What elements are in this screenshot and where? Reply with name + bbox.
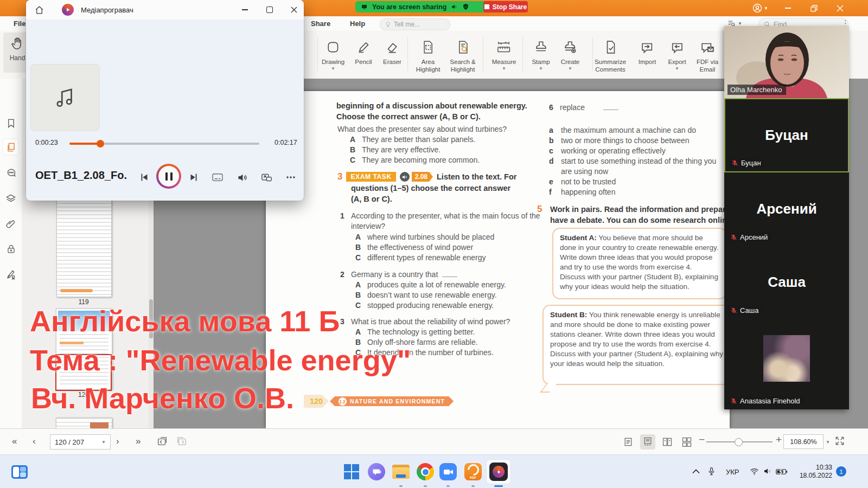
volume-icon[interactable] [763,467,772,475]
account-icon[interactable]: ▼ [748,0,773,16]
media-player-taskbar-button[interactable] [487,460,510,484]
single-page-view-button[interactable] [621,434,636,450]
security-panel-icon[interactable] [3,241,18,256]
signature-panel-icon[interactable] [3,267,18,282]
start-button[interactable] [340,460,363,484]
home-icon[interactable] [26,5,52,15]
battery-icon[interactable] [776,468,788,475]
participant-tile[interactable]: Арсений Арсений [724,172,849,246]
windows-taskbar: PDF УКР [0,454,868,488]
widgets-button[interactable] [8,460,31,484]
participant-video-tile[interactable]: Olha Marchenko [724,26,849,98]
tray-microphone-icon[interactable] [707,467,716,476]
pause-button[interactable] [156,164,181,189]
tool-measure[interactable]: Measure▼ [492,37,516,71]
file-explorer-icon [392,465,410,479]
clock[interactable]: 10:33 18.05.2022 [800,464,832,480]
menu-help[interactable]: Help [350,20,365,28]
window-restore-button[interactable] [803,0,825,16]
mic-muted-icon [731,159,738,166]
zoom-level-input[interactable]: 108.60% [783,434,824,449]
first-page-button[interactable]: « [12,435,17,447]
foxit-button[interactable]: PDF [461,460,485,484]
seek-bar-knob[interactable] [97,140,104,147]
tool-fdf-email[interactable]: FDF viaEmail [697,37,718,73]
tell-me-search[interactable]: Tell me... [380,18,450,30]
comments-panel-icon[interactable] [3,165,18,181]
page-number-input[interactable]: 120 / 207 ▼ [50,434,111,450]
window-close-button[interactable] [829,0,851,16]
chevron-down-icon: ▼ [764,6,768,11]
zoom-in-button[interactable]: + [776,434,782,446]
music-note-icon [53,85,78,110]
zoom-participants-panel: Olha Marchenko Буцан Буцан Арсений [724,26,849,409]
page-thumbnails-panel-icon[interactable] [3,139,18,155]
more-options-button[interactable] [284,170,298,184]
chrome-button[interactable] [413,460,437,484]
item-6: 6 replace [549,102,618,113]
chevron-down-icon[interactable]: ▼ [826,436,830,448]
media-player-title-bar[interactable]: Медіапрогравач [26,0,304,20]
previous-view-button[interactable] [156,435,168,447]
participant-tile-active[interactable]: Буцан Буцан [724,98,849,172]
facing-view-button[interactable] [660,434,675,450]
tray-expand-button[interactable] [692,469,700,474]
attachments-panel-icon[interactable] [3,216,18,232]
seek-bar[interactable] [69,143,259,145]
player-maximize-button[interactable] [259,0,280,20]
close-icon [291,7,297,13]
wifi-icon[interactable] [750,468,759,475]
participant-tile[interactable]: Саша Саша [724,246,849,319]
previous-page-button[interactable]: ‹ [33,435,36,447]
last-page-button[interactable]: » [136,435,141,447]
exercise-intro: beginning of a discussion about renewabl… [336,101,532,122]
subtitles-button[interactable] [210,170,225,184]
summarize-comments-icon [595,37,626,54]
mini-player-button[interactable] [259,170,273,184]
tool-create[interactable]: Create▼ [561,37,580,71]
tool-import[interactable]: Import [639,37,656,66]
tool-drawing[interactable]: Drawing▼ [322,37,344,71]
tool-export[interactable]: Export▼ [668,37,686,71]
media-player-icon [489,463,508,481]
foxit-left-rail [0,79,22,428]
stop-share-button[interactable]: Stop Share [483,1,528,12]
zoom-app-button[interactable] [436,460,460,484]
tool-pencil[interactable]: Pencil [355,37,372,66]
language-indicator[interactable]: УКР [726,468,739,476]
bookmarks-panel-icon[interactable] [3,115,18,131]
total-time: 0:02:17 [275,139,297,146]
active-running-indicator [494,485,503,487]
tool-eraser[interactable]: Eraser [383,37,401,66]
next-page-button[interactable]: › [116,435,119,447]
next-view-button[interactable] [176,435,188,447]
participant-avatar [763,335,810,382]
participant-tile[interactable]: Anastasia Finehold [724,319,849,409]
player-minimize-button[interactable] [234,0,256,20]
file-explorer-button[interactable] [389,460,413,484]
volume-button[interactable] [235,170,249,184]
tool-stamp[interactable]: Stamp▼ [532,37,550,71]
layers-panel-icon[interactable] [3,191,18,206]
chat-button[interactable] [365,460,388,484]
window-minimize-button[interactable] [777,0,799,16]
previous-track-button[interactable] [137,170,151,184]
notification-badge[interactable]: 1 [836,466,846,477]
tool-summarize-comments[interactable]: SummarizeComments [595,37,626,73]
next-track-button[interactable] [187,170,201,184]
menu-share[interactable]: Share [311,20,330,28]
facing-continuous-view-button[interactable] [679,434,694,450]
eraser-icon [383,37,401,54]
exam-task-row: 3 EXAM TASK 2.08 Listen to the text. For [337,171,516,182]
player-close-button[interactable] [284,0,304,20]
tool-search-highlight[interactable]: Search &Highlight [450,37,475,73]
zoom-slider-knob[interactable] [735,438,743,446]
continuous-view-button[interactable] [640,434,655,450]
fullscreen-button[interactable] [834,435,845,446]
page-number-tab: 120 [304,395,329,408]
zoom-out-button[interactable]: − [699,434,705,446]
foxit-icon: PDF [464,463,482,480]
drawing-icon [322,37,344,54]
menu-file[interactable]: File [14,20,25,28]
tool-area-highlight[interactable]: AreaHighlight [416,37,441,73]
